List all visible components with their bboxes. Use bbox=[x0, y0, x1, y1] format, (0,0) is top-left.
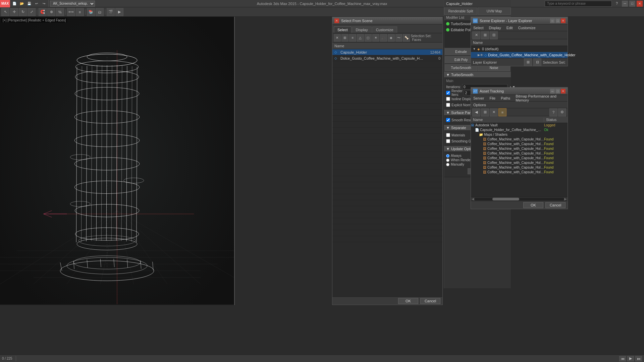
sfs-shapes-btn[interactable]: ◻ bbox=[365, 34, 372, 42]
sfs-geo-btn[interactable]: △ bbox=[357, 34, 364, 42]
scene-explorer-min-btn[interactable]: ─ bbox=[550, 18, 555, 23]
radio-always-input[interactable] bbox=[446, 154, 449, 158]
at-scrollbar[interactable]: ◀ ▶ bbox=[471, 197, 568, 201]
se-menu-select[interactable]: Select bbox=[472, 25, 485, 30]
timeline-end-btn[interactable]: ⏭ bbox=[635, 356, 642, 361]
sfs-tab-display[interactable]: Display bbox=[352, 26, 372, 33]
tree-item-object0[interactable]: ▶ 👁 ◇ Dolce_Gusto_Coffee_Machine_with_Ca… bbox=[471, 52, 568, 58]
percent-snap-btn[interactable]: % bbox=[56, 8, 64, 16]
at-help-btn[interactable]: ? bbox=[549, 108, 557, 116]
render-btn[interactable]: ▶ bbox=[115, 8, 123, 16]
scene-explorer-titlebar[interactable]: SE Scene Explorer - Layer Explorer ─ □ ✕ bbox=[471, 17, 568, 24]
scene-exp-btn[interactable]: 🗂 bbox=[96, 8, 104, 16]
tab-renderable-split[interactable]: Renderable Split bbox=[444, 7, 477, 15]
at-row-vault[interactable]: 🏛 Autodesk Vault Logged bbox=[471, 123, 568, 128]
at-row-img1[interactable]: 🖼 Coffee_Machine_with_Capsule_Holder_Me.… bbox=[471, 142, 568, 146]
at-row-img5[interactable]: 🖼 Coffee_Machine_with_Capsule_Holder_No.… bbox=[471, 161, 568, 165]
sfs-bones-btn[interactable]: 🦴 bbox=[403, 34, 410, 42]
at-cancel-btn[interactable]: Cancel bbox=[545, 202, 566, 208]
at-btn2[interactable]: ⊞ bbox=[481, 108, 489, 116]
at-menu-paths[interactable]: Paths bbox=[500, 96, 511, 101]
open-btn[interactable]: 📂 bbox=[18, 0, 25, 7]
at-menu-server[interactable]: Server bbox=[472, 96, 485, 101]
mirror-btn[interactable]: ⟺ bbox=[67, 8, 75, 16]
se-menu-display[interactable]: Display bbox=[488, 25, 502, 30]
se-menu-edit[interactable]: Edit bbox=[505, 25, 514, 30]
rotate-btn[interactable]: ↻ bbox=[19, 8, 27, 16]
snap-btn[interactable]: 🧲 bbox=[39, 8, 47, 16]
undo-btn[interactable]: ↩ bbox=[33, 0, 40, 7]
move-btn[interactable]: ✛ bbox=[10, 8, 18, 16]
save-btn[interactable]: 💾 bbox=[25, 0, 33, 7]
sfs-tab-select[interactable]: Select bbox=[334, 26, 352, 33]
at-btn4[interactable]: ≡ bbox=[498, 108, 506, 116]
sfs-cancel-btn[interactable]: Cancel bbox=[420, 298, 440, 304]
at-min-btn[interactable]: ─ bbox=[550, 89, 555, 94]
scale-btn[interactable]: ⤢ bbox=[28, 8, 36, 16]
tab-uvw-map[interactable]: UVW Map bbox=[478, 7, 511, 15]
minimize-window-btn[interactable]: ─ bbox=[622, 1, 628, 7]
se-menu-customize[interactable]: Customize bbox=[517, 25, 537, 30]
at-menu-bitmap[interactable]: Bitmap Performance and Memory bbox=[515, 94, 566, 103]
sfs-tab-customize[interactable]: Customize bbox=[372, 26, 397, 33]
at-row-file[interactable]: 📄 Capsule_Holder_for_Coffee_Machine_max_… bbox=[471, 128, 568, 132]
sfs-cameras-btn[interactable]: 🎥 bbox=[380, 34, 387, 42]
scene-explorer-max-btn[interactable]: □ bbox=[555, 18, 560, 23]
se-footer-icon2[interactable]: ⊟ bbox=[533, 58, 541, 66]
sfs-filter-btn[interactable]: ✕ bbox=[334, 34, 341, 42]
at-row-img0[interactable]: 🖼 Coffee_Machine_with_Capsule_Holder_Em.… bbox=[471, 137, 568, 142]
sfs-splines-btn[interactable]: 〜 bbox=[395, 34, 402, 42]
sfs-sort-btn[interactable]: ≡ bbox=[349, 34, 356, 42]
at-row-img2[interactable]: 🖼 Coffee_Machine_with_Capsule_Holder_Me.… bbox=[471, 146, 568, 151]
layer-mgr-btn[interactable]: 📚 bbox=[87, 8, 95, 16]
smoothing-groups-checkbox[interactable] bbox=[446, 139, 450, 143]
turbosmooth-rollout-header[interactable]: ▼ TurboSmooth bbox=[444, 72, 511, 78]
timeline-btn[interactable]: ⏮ bbox=[619, 356, 626, 361]
play-btn[interactable]: ▶ bbox=[627, 356, 634, 361]
scene-explorer-close-btn[interactable]: ✕ bbox=[561, 18, 566, 23]
at-row-img7[interactable]: 🖼 Coffee_Machine_with_Capsule_Holder_Ref… bbox=[471, 170, 568, 175]
se-filter-btn[interactable]: ✕ bbox=[472, 31, 480, 39]
sfs-lights-btn[interactable]: ☀ bbox=[372, 34, 379, 42]
at-close-btn[interactable]: ✕ bbox=[561, 89, 566, 94]
at-btn3[interactable]: ✕ bbox=[490, 108, 498, 116]
isoline-checkbox[interactable] bbox=[446, 97, 450, 101]
se-expand-btn[interactable]: ⊞ bbox=[481, 31, 489, 39]
sfs-close-btn[interactable]: ✕ bbox=[334, 18, 339, 23]
at-ok-btn[interactable]: OK bbox=[523, 202, 543, 208]
angle-snap-btn[interactable]: ⊕ bbox=[47, 8, 55, 16]
workspace-dropdown[interactable]: AK_Screenshot_wrksp. bbox=[50, 1, 95, 7]
close-window-btn[interactable]: ✕ bbox=[637, 1, 643, 7]
tree-item-layer0[interactable]: ▼ ◈ 0 (default) bbox=[471, 46, 568, 52]
at-menu-options[interactable]: Options bbox=[472, 103, 487, 107]
at-row-img3[interactable]: 🖼 Coffee_Machine_with_Capsule_Holder_Me.… bbox=[471, 151, 568, 156]
sfs-hierarchy-btn[interactable]: ⊞ bbox=[341, 34, 348, 42]
at-menu-file[interactable]: File bbox=[488, 96, 496, 101]
sfs-row-0[interactable]: ◇ Capsule_Holder 12464 bbox=[332, 49, 442, 55]
render-setup-btn[interactable]: 🎬 bbox=[107, 8, 115, 16]
at-settings-btn[interactable]: ⚙ bbox=[558, 108, 566, 116]
se-footer-icon1[interactable]: ⊞ bbox=[524, 58, 532, 66]
sfs-row-1[interactable]: ◇ Dolce_Gusto_Coffee_Machine_with_Capsul… bbox=[332, 55, 442, 61]
se-collapse-btn[interactable]: ⊟ bbox=[490, 31, 498, 39]
at-max-btn[interactable]: □ bbox=[555, 89, 560, 94]
smooth-result-checkbox[interactable] bbox=[446, 118, 450, 122]
align-btn[interactable]: ≡ bbox=[76, 8, 84, 16]
search-input[interactable] bbox=[545, 1, 612, 7]
new-btn[interactable]: 📄 bbox=[11, 0, 18, 7]
at-row-img6[interactable]: 🖼 Coffee_Machine_with_Capsule_Holder_Ref… bbox=[471, 165, 568, 170]
sfs-ok-btn[interactable]: OK bbox=[398, 298, 418, 304]
redo-btn[interactable]: ↪ bbox=[40, 0, 48, 7]
materials-checkbox[interactable] bbox=[446, 133, 450, 137]
select-btn[interactable]: ↖ bbox=[1, 8, 9, 16]
radio-when-rendering-input[interactable] bbox=[446, 159, 449, 162]
at-btn1[interactable]: ◀ bbox=[472, 108, 480, 116]
viewport-3d[interactable]: [+] [Perspective] [Realistic + Edged Fac… bbox=[0, 17, 235, 305]
radio-manually-input[interactable] bbox=[446, 163, 449, 166]
at-row-maps[interactable]: 📁 Maps / Shaders bbox=[471, 132, 568, 137]
at-scrollbar-track[interactable] bbox=[474, 198, 564, 200]
help-btn[interactable]: ? bbox=[613, 0, 621, 7]
sfs-helpers-btn[interactable]: ◈ bbox=[388, 34, 395, 42]
explicit-normals-checkbox[interactable] bbox=[446, 103, 450, 107]
sfs-titlebar[interactable]: ✕ Select From Scene bbox=[332, 17, 442, 24]
